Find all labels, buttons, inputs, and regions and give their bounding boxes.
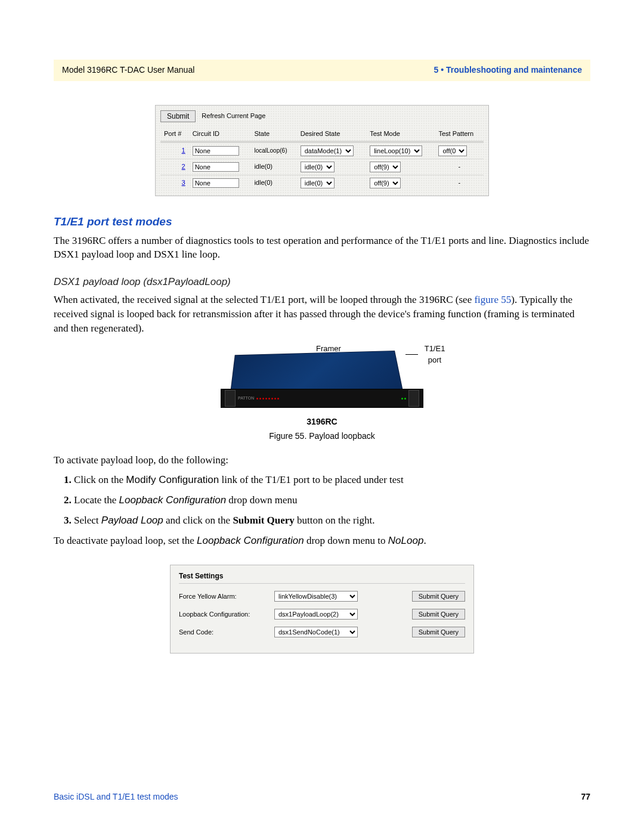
col-desired: Desired State (297, 127, 366, 142)
state-cell: localLoop(6) (250, 142, 296, 159)
steps-list: Click on the Click on the Modify Configu… (74, 473, 590, 527)
col-state: State (250, 127, 296, 142)
col-circuit: Circuit ID (189, 127, 251, 142)
send-code-select[interactable]: dsx1SendNoCode(1) (274, 627, 358, 637)
submit-button[interactable]: Submit (160, 110, 196, 122)
desired-select[interactable]: dataMode(1) (301, 145, 354, 156)
desired-select[interactable]: idle(0) (301, 162, 335, 172)
list-item: Click on the Click on the Modify Configu… (74, 473, 590, 487)
body-paragraph: When activated, the received signal at t… (54, 293, 590, 335)
testmode-select[interactable]: lineLoop(10) (370, 145, 422, 156)
refresh-link[interactable]: Refresh Current Page (202, 112, 265, 120)
state-cell: idle(0) (250, 159, 296, 175)
section-heading: T1/E1 port test modes (54, 214, 590, 230)
state-cell: idle(0) (250, 175, 296, 191)
port-link[interactable]: 1 (182, 147, 185, 154)
handle-icon (225, 390, 236, 407)
header-right: 5 • Troubleshooting and maintenance (434, 64, 582, 76)
screenshot-port-table: Submit Refresh Current Page Port # Circu… (155, 105, 489, 196)
test-settings-title: Test Settings (179, 571, 465, 584)
screenshot-test-settings: Test Settings Force Yellow Alarm: linkYe… (170, 565, 474, 654)
handle-icon (408, 390, 419, 407)
front-panel: PATTON (221, 389, 423, 408)
ts-row: Loopback Configuration: dsx1PayloadLoop(… (179, 609, 465, 620)
force-yellow-select[interactable]: linkYellowDisable(3) (274, 591, 358, 602)
testmode-select[interactable]: off(9) (370, 178, 401, 188)
table-row: 2 idle(0) idle(0) off(9) - (160, 159, 484, 175)
pattern-cell: - (435, 175, 484, 191)
ts-label: Loopback Configuration: (179, 610, 268, 619)
submit-query-button[interactable]: Submit Query (412, 627, 465, 637)
submit-query-button[interactable]: Submit Query (412, 591, 465, 602)
port-table: Port # Circuit ID State Desired State Te… (160, 127, 484, 191)
circuit-input[interactable] (193, 146, 239, 156)
loopback-config-select[interactable]: dsx1PayloadLoop(2) (274, 609, 358, 620)
desired-select[interactable]: idle(0) (301, 178, 335, 188)
body-paragraph: The 3196RC offers a number of diagnostic… (54, 234, 590, 262)
pattern-cell: - (435, 159, 484, 175)
subheading: DSX1 payload loop (dsx1PayloadLoop) (54, 275, 590, 289)
figure-payload-loopback: PATTON Framer T1/E1 port 3196RC Figure 5… (167, 347, 477, 442)
testmode-select[interactable]: off(9) (370, 162, 401, 172)
instruction-close: To deactivate payload loop, set the Loop… (54, 534, 590, 548)
page-header: Model 3196RC T-DAC User Manual 5 • Troub… (54, 60, 590, 81)
figure-ref[interactable]: figure 55 (474, 294, 511, 305)
callout-port: T1/E1 port (405, 343, 448, 365)
callout-framer: Framer (316, 343, 341, 354)
list-item: Select Payload Loop and click on the Sub… (74, 513, 590, 528)
table-row: 1 localLoop(6) dataMode(1) lineLoop(10) … (160, 142, 484, 159)
figure-caption: Figure 55. Payload loopback (167, 431, 477, 442)
col-testmode: Test Mode (366, 127, 435, 142)
ts-label: Force Yellow Alarm: (179, 592, 268, 601)
submit-query-button[interactable]: Submit Query (412, 609, 465, 620)
table-row: 3 idle(0) idle(0) off(9) - (160, 175, 484, 191)
ts-row: Force Yellow Alarm: linkYellowDisable(3)… (179, 591, 465, 602)
col-port: Port # (160, 127, 189, 142)
circuit-input[interactable] (193, 162, 239, 172)
port-link[interactable]: 3 (182, 179, 185, 186)
pattern-select[interactable]: off(0) (438, 145, 467, 156)
list-item: Locate the Loopback Configuration drop d… (74, 493, 590, 507)
port-link[interactable]: 2 (182, 163, 185, 170)
ts-row: Send Code: dsx1SendNoCode(1) Submit Quer… (179, 627, 465, 637)
page-number: 77 (581, 791, 590, 803)
ts-label: Send Code: (179, 628, 268, 637)
page-footer: Basic iDSL and T1/E1 test modes 77 (54, 791, 590, 803)
footer-left: Basic iDSL and T1/E1 test modes (54, 791, 178, 803)
instruction-lead: To activate payload loop, do the followi… (54, 453, 590, 467)
circuit-input[interactable] (193, 178, 239, 188)
header-left: Model 3196RC T-DAC User Manual (62, 64, 194, 76)
col-pattern: Test Pattern (435, 127, 484, 142)
figure-model-label: 3196RC (167, 416, 477, 428)
